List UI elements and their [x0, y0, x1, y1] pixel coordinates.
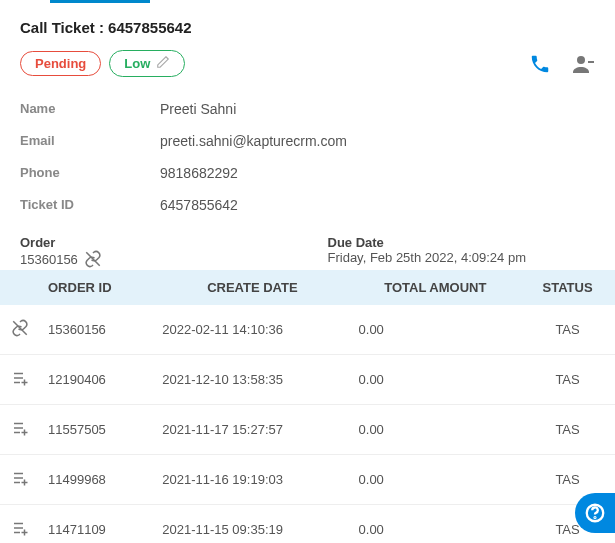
cell-create-date: 2021-11-16 19:19:03	[154, 455, 350, 505]
table-row[interactable]: 153601562022-02-11 14:10:360.00TAS	[0, 305, 615, 355]
info-row-ticket-id: Ticket ID 6457855642	[20, 189, 595, 221]
due-date-value: Friday, Feb 25th 2022, 4:09:24 pm	[328, 250, 596, 265]
badges: Pending Low	[20, 50, 185, 77]
cell-status: TAS	[520, 305, 615, 355]
cell-status: TAS	[520, 355, 615, 405]
due-date-block: Due Date Friday, Feb 25th 2022, 4:09:24 …	[328, 235, 596, 268]
cell-order-id: 15360156	[40, 305, 154, 355]
add-list-icon[interactable]	[11, 519, 29, 537]
add-list-icon[interactable]	[11, 469, 29, 487]
priority-badge-label: Low	[124, 56, 150, 71]
cell-create-date: 2022-02-11 14:10:36	[154, 305, 350, 355]
ticket-title: Call Ticket : 6457855642	[20, 19, 595, 36]
ticket-title-prefix: Call Ticket :	[20, 19, 108, 36]
cell-create-date: 2021-12-10 13:58:35	[154, 355, 350, 405]
header-status: STATUS	[520, 270, 615, 305]
info-row-phone: Phone 9818682292	[20, 157, 595, 189]
svg-point-0	[577, 56, 585, 64]
ticket-id-value[interactable]: 6457855642	[160, 189, 595, 221]
order-block: Order 15360156	[20, 235, 288, 268]
cell-create-date: 2021-11-15 09:35:19	[154, 505, 350, 544]
cell-total-amount: 0.00	[351, 455, 521, 505]
email-value: preeti.sahni@kapturecrm.com	[160, 125, 595, 157]
add-list-icon[interactable]	[11, 419, 29, 437]
phone-value: 9818682292	[160, 157, 595, 189]
priority-badge[interactable]: Low	[109, 50, 185, 77]
subinfo-row: Order 15360156 Due Date Friday, Feb 25th…	[0, 221, 615, 268]
add-list-icon[interactable]	[11, 369, 29, 387]
table-row[interactable]: 114999682021-11-16 19:19:030.00TAS	[0, 455, 615, 505]
unlink-icon[interactable]	[11, 319, 29, 337]
remove-user-icon[interactable]	[571, 52, 595, 76]
header-row: Pending Low	[20, 50, 595, 77]
cell-order-id: 11499968	[40, 455, 154, 505]
cell-total-amount: 0.00	[351, 405, 521, 455]
name-label: Name	[20, 93, 160, 125]
name-value[interactable]: Preeti Sahni	[160, 93, 595, 125]
phone-icon[interactable]	[529, 53, 551, 75]
customer-info-table: Name Preeti Sahni Email preeti.sahni@kap…	[20, 93, 595, 221]
info-row-name: Name Preeti Sahni	[20, 93, 595, 125]
header-total-amount: TOTAL AMOUNT	[351, 270, 521, 305]
table-row[interactable]: 115575052021-11-17 15:27:570.00TAS	[0, 405, 615, 455]
status-badge[interactable]: Pending	[20, 51, 101, 76]
cell-order-id: 11557505	[40, 405, 154, 455]
orders-header-row: ORDER ID CREATE DATE TOTAL AMOUNT STATUS	[0, 270, 615, 305]
pencil-icon	[156, 55, 170, 72]
cell-order-id: 11471109	[40, 505, 154, 544]
info-row-email: Email preeti.sahni@kapturecrm.com	[20, 125, 595, 157]
status-badge-label: Pending	[35, 56, 86, 71]
order-value-row: 15360156	[20, 250, 288, 268]
cell-total-amount: 0.00	[351, 355, 521, 405]
ticket-id-label: Ticket ID	[20, 189, 160, 221]
header-actions	[529, 52, 595, 76]
cell-status: TAS	[520, 405, 615, 455]
orders-table: ORDER ID CREATE DATE TOTAL AMOUNT STATUS…	[0, 270, 615, 543]
cell-create-date: 2021-11-17 15:27:57	[154, 405, 350, 455]
email-label: Email	[20, 125, 160, 157]
unlink-icon[interactable]	[84, 250, 102, 268]
svg-point-25	[595, 517, 596, 518]
ticket-number: 6457855642	[108, 19, 191, 36]
phone-label: Phone	[20, 157, 160, 189]
table-row[interactable]: 121904062021-12-10 13:58:350.00TAS	[0, 355, 615, 405]
header-order-id: ORDER ID	[40, 270, 154, 305]
due-date-label: Due Date	[328, 235, 596, 250]
order-value: 15360156	[20, 252, 78, 267]
table-row[interactable]: 114711092021-11-15 09:35:190.00TAS	[0, 505, 615, 544]
header-icon-col	[0, 270, 40, 305]
help-button[interactable]	[575, 493, 615, 533]
svg-rect-1	[588, 61, 594, 63]
cell-total-amount: 0.00	[351, 505, 521, 544]
order-label: Order	[20, 235, 288, 250]
cell-order-id: 12190406	[40, 355, 154, 405]
cell-total-amount: 0.00	[351, 305, 521, 355]
header-create-date: CREATE DATE	[154, 270, 350, 305]
